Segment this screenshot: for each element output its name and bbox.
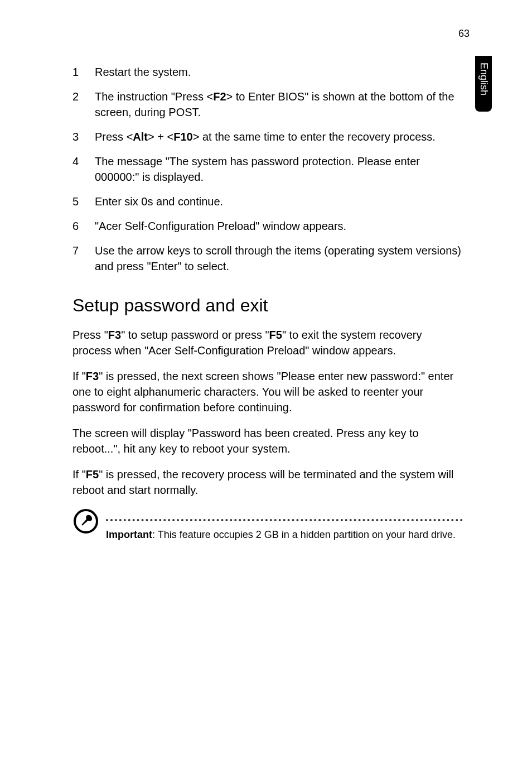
list-item-text: The message "The system has password pro… (95, 153, 463, 185)
bold-text: Alt (133, 131, 148, 143)
callout-rest: : This feature occupies 2 GB in a hidden… (152, 529, 456, 540)
page-number: 63 (458, 28, 470, 40)
text-run: The screen will display "Password has be… (72, 427, 419, 455)
body-paragraph: If "F5" is pressed, the recovery process… (72, 467, 463, 498)
pin-icon (72, 508, 99, 535)
list-item-number: 4 (72, 153, 95, 185)
section-heading: Setup password and exit (72, 295, 463, 316)
instruction-list: 1Restart the system.2The instruction "Pr… (72, 64, 463, 274)
text-run: The message "The system has password pro… (95, 155, 420, 183)
list-item-number: 6 (72, 218, 95, 234)
list-item: 1Restart the system. (72, 64, 463, 80)
bold-text: F5 (86, 468, 99, 480)
list-item-text: Enter six 0s and continue. (95, 194, 463, 209)
text-run: " to setup password or press " (121, 329, 269, 341)
text-run: If " (72, 370, 86, 382)
text-run: Use the arrow keys to scroll through the… (95, 244, 461, 272)
list-item: 3Press <Alt> + <F10> at the same time to… (72, 129, 463, 145)
bold-text: F3 (108, 329, 121, 341)
callout-body: Important: This feature occupies 2 GB in… (106, 508, 463, 542)
text-run: Enter six 0s and continue. (95, 195, 223, 208)
list-item: 2The instruction "Press <F2> to Enter BI… (72, 89, 463, 120)
language-tab: English (475, 56, 492, 112)
text-run: Press " (72, 329, 108, 341)
bold-text: F2 (213, 90, 226, 103)
list-item-number: 2 (72, 89, 95, 120)
list-item-text: The instruction "Press <F2> to Enter BIO… (95, 89, 463, 120)
list-item-text: Use the arrow keys to scroll through the… (95, 243, 463, 274)
list-item-number: 1 (72, 64, 95, 80)
text-run: " is pressed, the recovery process will … (72, 468, 453, 496)
text-run: "Acer Self-Configuration Preload" window… (95, 220, 346, 232)
text-run: The instruction "Press < (95, 90, 213, 103)
text-run: Restart the system. (95, 66, 191, 78)
list-item-number: 5 (72, 194, 95, 209)
bold-text: F3 (86, 370, 99, 382)
list-item: 7Use the arrow keys to scroll through th… (72, 243, 463, 274)
page-content: 1Restart the system.2The instruction "Pr… (72, 64, 463, 542)
text-run: " is pressed, the next screen shows "Ple… (72, 370, 453, 414)
bold-text: F10 (173, 131, 192, 143)
dotted-divider (106, 519, 463, 521)
list-item-number: 7 (72, 243, 95, 274)
list-item: 6"Acer Self-Configuration Preload" windo… (72, 218, 463, 234)
text-run: > at the same time to enter the recovery… (193, 131, 436, 143)
list-item-number: 3 (72, 129, 95, 145)
list-item: 4The message "The system has password pr… (72, 153, 463, 185)
body-paragraph: If "F3" is pressed, the next screen show… (72, 368, 463, 415)
text-run: > + < (148, 131, 173, 143)
text-run: Press < (95, 131, 133, 143)
callout-text: Important: This feature occupies 2 GB in… (106, 528, 463, 542)
list-item-text: Press <Alt> + <F10> at the same time to … (95, 129, 463, 145)
callout-label: Important (106, 529, 152, 540)
list-item: 5Enter six 0s and continue. (72, 194, 463, 209)
list-item-text: "Acer Self-Configuration Preload" window… (95, 218, 463, 234)
list-item-text: Restart the system. (95, 64, 463, 80)
important-callout: Important: This feature occupies 2 GB in… (72, 508, 463, 542)
bold-text: F5 (269, 329, 282, 341)
text-run: If " (72, 468, 86, 480)
body-paragraph: The screen will display "Password has be… (72, 425, 463, 457)
body-paragraph: Press "F3" to setup password or press "F… (72, 327, 463, 358)
